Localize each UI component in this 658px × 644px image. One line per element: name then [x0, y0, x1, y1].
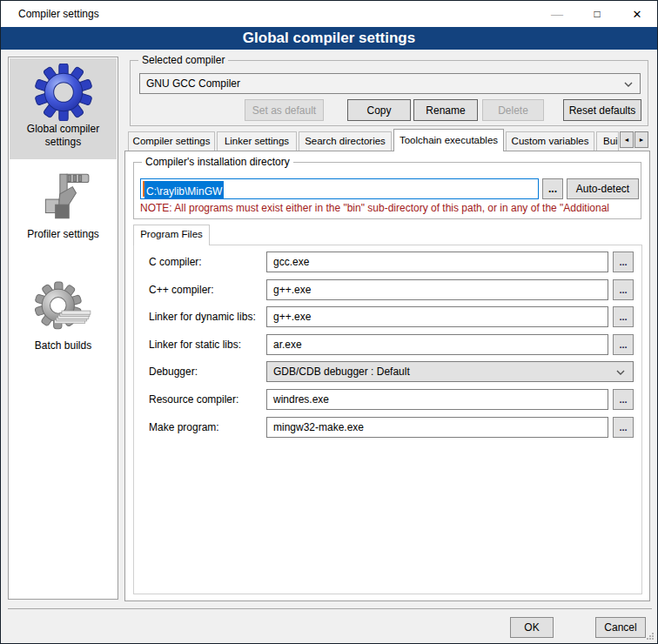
static-linker-input[interactable]: ar.exe: [266, 334, 608, 355]
blue-gear-icon: [35, 64, 92, 121]
delete-button[interactable]: Delete: [482, 99, 544, 121]
compiler-settings-dialog: Compiler settings — □ ✕ Global compiler …: [0, 0, 658, 644]
note-text: NOTE: All programs must exist either in …: [140, 202, 640, 214]
group-legend: Selected compiler: [138, 54, 228, 66]
chevron-down-icon: [616, 370, 625, 375]
resource-compiler-browse-button[interactable]: ...: [613, 389, 634, 410]
installation-directory-input[interactable]: C:\raylib\MinGW: [140, 178, 539, 199]
field-label: Linker for dynamic libs:: [149, 311, 256, 323]
chevron-down-icon: [624, 82, 633, 87]
page-title: Global compiler settings: [1, 27, 657, 50]
sidebar-item-label: Global compiler settings: [10, 123, 117, 154]
tab-scroll-right-icon[interactable]: ►: [634, 131, 648, 148]
resize-grip[interactable]: [647, 633, 655, 641]
sidebar-item-label: Profiler settings: [10, 228, 117, 246]
subtab-program-files[interactable]: Program Files: [133, 225, 210, 245]
compiler-select-value: GNU GCC Compiler: [146, 77, 240, 90]
tab-compiler-settings[interactable]: Compiler settings: [128, 131, 215, 151]
dynamic-linker-browse-button[interactable]: ...: [613, 306, 634, 327]
make-program-browse-button[interactable]: ...: [613, 417, 634, 438]
settings-sidebar: Global compiler settings Profiler settin…: [8, 57, 118, 600]
tab-scroll-left-icon[interactable]: ◄: [620, 131, 634, 148]
copy-button[interactable]: Copy: [347, 99, 411, 121]
field-label: C compiler:: [149, 256, 202, 268]
cpp-compiler-input[interactable]: g++.exe: [266, 279, 608, 300]
batch-builds-icon: [35, 280, 92, 338]
dynamic-linker-input[interactable]: g++.exe: [266, 306, 608, 327]
sidebar-item-profiler-settings[interactable]: Profiler settings: [10, 164, 117, 256]
field-label: Debugger:: [149, 366, 198, 378]
field-label: Make program:: [149, 421, 219, 433]
static-linker-browse-button[interactable]: ...: [613, 334, 634, 355]
directory-browse-button[interactable]: ...: [542, 178, 563, 199]
sidebar-item-label: Batch builds: [10, 339, 117, 358]
rename-button[interactable]: Rename: [413, 99, 478, 121]
field-label: Resource compiler:: [149, 393, 238, 406]
c-compiler-input[interactable]: gcc.exe: [266, 252, 608, 272]
cancel-button[interactable]: Cancel: [595, 617, 646, 638]
reset-defaults-button[interactable]: Reset defaults: [563, 99, 641, 121]
tab-linker-settings[interactable]: Linker settings: [217, 131, 297, 151]
minimize-icon[interactable]: —: [537, 1, 577, 27]
set-as-default-button[interactable]: Set as default: [245, 99, 324, 121]
make-program-input[interactable]: mingw32-make.exe: [266, 417, 608, 438]
caliper-icon: [35, 169, 92, 226]
tab-toolchain-executables[interactable]: Toolchain executables: [393, 129, 504, 151]
tab-build-options[interactable]: Build options: [596, 131, 619, 151]
title-bar: Compiler settings — □ ✕: [1, 1, 657, 27]
tab-custom-variables[interactable]: Custom variables: [506, 131, 594, 151]
selected-compiler-group: Selected compiler GNU GCC Compiler Set a…: [130, 60, 648, 126]
selected-text: C:\raylib\MinGW: [144, 181, 224, 199]
maximize-icon[interactable]: □: [577, 1, 617, 27]
debugger-select[interactable]: GDB/CDB debugger : Default: [266, 361, 634, 382]
sidebar-item-global-compiler-settings[interactable]: Global compiler settings: [10, 58, 117, 159]
window-controls: — □ ✕: [537, 1, 657, 27]
window-title: Compiler settings: [18, 8, 99, 20]
close-icon[interactable]: ✕: [617, 1, 657, 27]
tab-search-directories[interactable]: Search directories: [299, 131, 392, 151]
sidebar-item-batch-builds[interactable]: Batch builds: [10, 275, 117, 367]
resource-compiler-input[interactable]: windres.exe: [266, 389, 608, 410]
ok-button[interactable]: OK: [510, 617, 554, 638]
field-label: Linker for static libs:: [149, 339, 241, 351]
cpp-compiler-browse-button[interactable]: ...: [613, 279, 634, 300]
compiler-select[interactable]: GNU GCC Compiler: [139, 73, 641, 94]
group-legend: Compiler's installation directory: [142, 156, 293, 168]
footer-divider: [8, 608, 652, 609]
auto-detect-button[interactable]: Auto-detect: [567, 178, 639, 199]
field-label: C++ compiler:: [149, 284, 214, 296]
c-compiler-browse-button[interactable]: ...: [613, 252, 634, 272]
